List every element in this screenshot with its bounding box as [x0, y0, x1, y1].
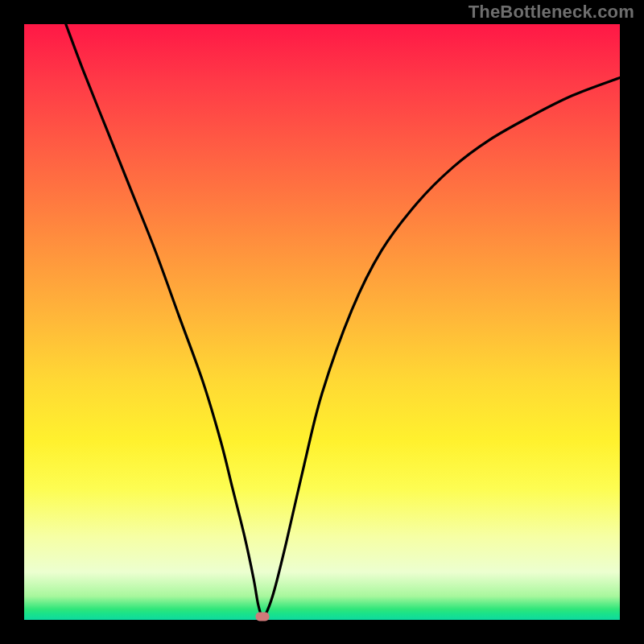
- minimum-marker: [256, 613, 270, 621]
- watermark-text: TheBottleneck.com: [469, 2, 634, 23]
- chart-frame: TheBottleneck.com: [0, 0, 644, 644]
- bottleneck-curve: [24, 24, 620, 620]
- plot-area: [24, 24, 620, 620]
